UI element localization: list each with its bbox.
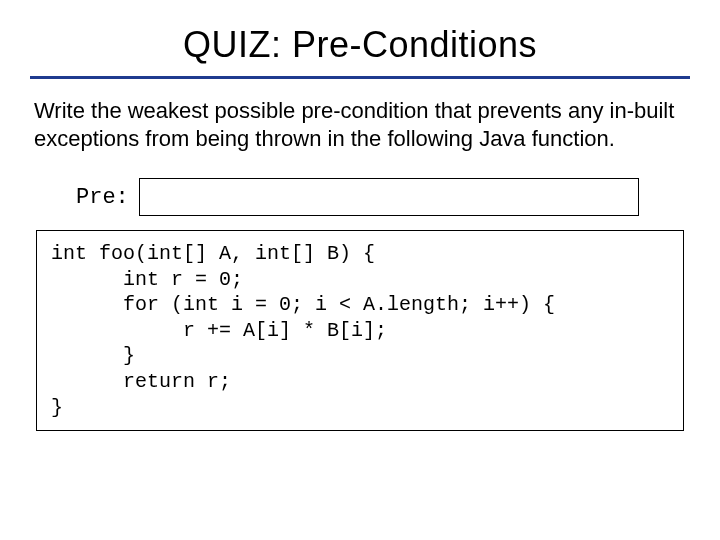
page-title: QUIZ: Pre-Conditions bbox=[30, 24, 690, 66]
pre-input[interactable] bbox=[139, 178, 639, 216]
slide: QUIZ: Pre-Conditions Write the weakest p… bbox=[0, 0, 720, 540]
title-divider bbox=[30, 76, 690, 79]
quiz-prompt: Write the weakest possible pre-condition… bbox=[34, 97, 686, 152]
precondition-row: Pre: bbox=[76, 178, 690, 216]
code-block: int foo(int[] A, int[] B) { int r = 0; f… bbox=[36, 230, 684, 431]
pre-label: Pre: bbox=[76, 185, 129, 210]
